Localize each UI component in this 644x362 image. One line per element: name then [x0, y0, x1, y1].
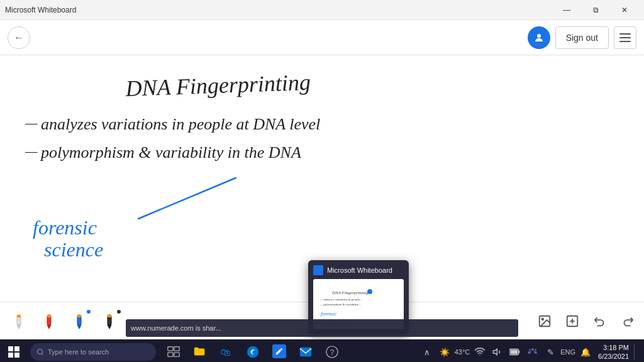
svg-marker-54 — [494, 349, 497, 354]
svg-line-43 — [42, 353, 43, 354]
svg-text:...: ... — [374, 288, 375, 291]
weather-icon[interactable]: ☀️ — [437, 344, 452, 359]
search-placeholder: Type here to search — [48, 348, 109, 356]
svg-rect-20 — [108, 315, 111, 317]
weather-temp: 43°C — [455, 348, 470, 356]
svg-rect-46 — [168, 353, 173, 356]
network-icon[interactable] — [472, 344, 487, 359]
restore-button[interactable]: ⧉ — [581, 0, 610, 20]
notification-bell-icon[interactable]: 🔔 — [578, 344, 593, 359]
svg-text:—: — — [25, 115, 38, 131]
back-button[interactable]: ← — [8, 26, 30, 49]
show-desktop-button[interactable] — [634, 344, 639, 359]
svg-rect-45 — [174, 347, 179, 351]
svg-rect-44 — [168, 347, 173, 351]
teams-icon[interactable] — [525, 344, 540, 359]
svg-rect-39 — [14, 346, 19, 351]
svg-rect-11 — [17, 315, 21, 317]
svg-point-60 — [529, 349, 531, 351]
taskbar: Type here to search 🛍 — [0, 339, 644, 362]
svg-text:— analyzes variations in peopl: — analyzes variations in people... — [319, 298, 362, 301]
system-clock[interactable]: 3:18 PM 6/23/2021 — [596, 343, 631, 361]
menu-button[interactable] — [614, 26, 636, 49]
site-notification-bar: www.numerade.com is shar... — [126, 319, 518, 337]
svg-text:forensic: forensic — [33, 216, 97, 239]
svg-line-6 — [138, 178, 236, 219]
active-tool-indicator — [87, 310, 91, 314]
edge-button[interactable] — [240, 339, 265, 362]
add-button[interactable] — [561, 310, 584, 332]
svg-rect-38 — [8, 346, 13, 351]
preview-header: Microsoft Whiteboard — [313, 265, 404, 275]
svg-rect-51 — [300, 348, 311, 357]
active-tool-dot — [117, 310, 121, 314]
menu-line-2 — [619, 37, 631, 38]
app-title: Microsoft Whiteboard — [5, 6, 76, 14]
svg-rect-57 — [511, 350, 518, 354]
pen-tray-icon[interactable]: ✎ — [543, 344, 558, 359]
svg-text:— polymorphism & variability..: — polymorphism & variability... — [319, 303, 361, 306]
preview-title: Microsoft Whiteboard — [327, 266, 392, 274]
whiteboard-taskbar-button[interactable] — [267, 339, 292, 362]
chevron-up-icon[interactable]: ∧ — [419, 344, 435, 359]
svg-point-22 — [541, 318, 543, 320]
svg-point-50 — [247, 346, 258, 358]
svg-text:DNA Fingerprinting: DNA Fingerprinting — [331, 290, 369, 295]
white-pencil-tool[interactable] — [5, 307, 33, 335]
volume-icon[interactable] — [490, 344, 505, 359]
header-actions: Sign out — [528, 26, 636, 49]
svg-rect-41 — [14, 353, 19, 358]
svg-rect-56 — [519, 351, 520, 354]
svg-marker-16 — [77, 325, 81, 329]
notification-text: www.numerade.com is shar... — [131, 324, 221, 332]
language-indicator[interactable]: ENG — [560, 348, 575, 356]
svg-text:—: — — [25, 143, 38, 159]
title-bar: Microsoft Whiteboard — ⧉ ✕ — [0, 0, 644, 20]
svg-rect-40 — [8, 353, 13, 358]
clock-time: 3:18 PM — [598, 343, 629, 352]
sign-out-button[interactable]: Sign out — [555, 26, 609, 49]
toolbar-actions — [533, 310, 639, 332]
redo-button[interactable] — [616, 310, 639, 332]
svg-point-0 — [537, 34, 541, 38]
menu-line-1 — [619, 33, 631, 35]
battery-icon[interactable] — [508, 344, 523, 359]
svg-text:forensic: forensic — [321, 311, 337, 317]
svg-marker-10 — [17, 325, 21, 329]
store-button[interactable]: 🛍 — [214, 339, 239, 362]
svg-point-59 — [535, 349, 537, 351]
system-tray: ∧ ☀️ 43°C — [419, 339, 644, 362]
mail-button[interactable] — [293, 339, 318, 362]
help-button[interactable]: ? — [319, 339, 345, 362]
blue-pencil-tool[interactable] — [65, 307, 93, 335]
svg-point-42 — [38, 349, 43, 354]
search-bar[interactable]: Type here to search — [30, 343, 156, 361]
taskview-button[interactable] — [161, 339, 186, 362]
svg-rect-14 — [47, 315, 51, 317]
svg-text:DNA Fingerprinting: DNA Fingerprinting — [125, 70, 311, 101]
svg-rect-17 — [77, 315, 81, 317]
preview-app-icon — [313, 265, 323, 275]
svg-text:analyzes variations in people : analyzes variations in people at DNA lev… — [41, 115, 320, 133]
svg-marker-13 — [47, 325, 51, 329]
close-button[interactable]: ✕ — [610, 0, 639, 20]
svg-rect-47 — [174, 353, 179, 356]
svg-text:?: ? — [330, 348, 334, 357]
app-header: ← Sign out — [0, 20, 644, 55]
user-avatar — [528, 26, 550, 49]
window-controls: — ⧉ ✕ — [552, 0, 639, 20]
red-pencil-tool[interactable] — [35, 307, 63, 335]
undo-button[interactable] — [589, 310, 611, 332]
menu-line-3 — [619, 41, 631, 42]
svg-text:polymorphism & variability in : polymorphism & variability in the DNA — [40, 143, 301, 162]
file-explorer-button[interactable] — [187, 339, 213, 362]
insert-image-button[interactable] — [533, 310, 556, 332]
taskbar-apps: 🛍 — [161, 339, 345, 362]
start-button[interactable] — [0, 339, 28, 362]
black-pencil-tool[interactable] — [96, 307, 123, 335]
minimize-button[interactable]: — — [552, 0, 581, 20]
svg-marker-19 — [108, 325, 111, 329]
clock-date: 6/23/2021 — [598, 352, 629, 361]
svg-text:science: science — [44, 238, 103, 261]
svg-text:🛍: 🛍 — [221, 346, 231, 358]
